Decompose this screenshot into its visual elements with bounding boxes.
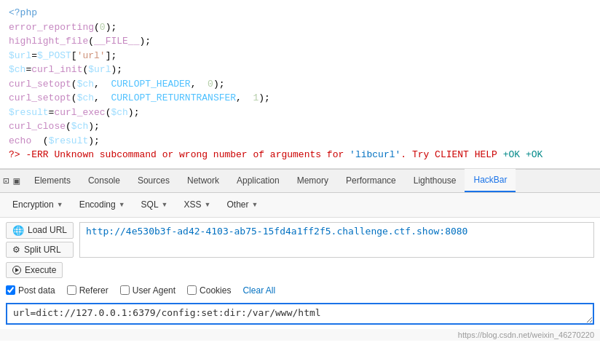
code-line: $ch=curl_init($url); — [9, 63, 591, 77]
tab-memory[interactable]: Memory — [288, 169, 337, 192]
cookies-checkbox-label[interactable]: Cookies — [187, 285, 231, 296]
play-icon — [12, 266, 21, 274]
code-line: $url=$_POST['url']; — [9, 49, 591, 63]
sql-arrow: ▼ — [162, 201, 168, 208]
post-data-checkbox[interactable] — [6, 285, 15, 295]
post-data-label: Post data — [18, 285, 55, 296]
load-url-label: Load URL — [28, 225, 67, 235]
execute-button[interactable]: Execute — [6, 262, 63, 278]
split-icon: ⚙ — [12, 245, 20, 255]
inspect-icon[interactable]: ⊡ — [3, 175, 9, 187]
encryption-dropdown[interactable]: Encryption ▼ — [6, 197, 70, 213]
execute-row: Execute — [6, 262, 594, 278]
user-agent-checkbox[interactable] — [120, 285, 130, 295]
sql-dropdown[interactable]: SQL ▼ — [135, 197, 175, 213]
clear-all-button[interactable]: Clear All — [242, 285, 275, 296]
devtools-panel: ⊡ ▣ Elements Console Sources Network App… — [0, 169, 600, 341]
encryption-arrow: ▼ — [57, 201, 63, 208]
encoding-label: Encoding — [79, 199, 116, 210]
user-agent-label: User Agent — [133, 285, 175, 296]
watermark: https://blog.csdn.net/weixin_46270220 — [0, 329, 600, 341]
xss-arrow: ▼ — [205, 201, 211, 208]
encryption-label: Encryption — [12, 199, 54, 210]
code-line: curl_setopt($ch, CURLOPT_HEADER, 0); — [9, 77, 591, 92]
tab-console[interactable]: Console — [79, 169, 129, 192]
other-arrow: ▼ — [251, 201, 258, 208]
hackbar-toolbar: Encryption ▼ Encoding ▼ SQL ▼ XSS ▼ Othe… — [0, 193, 600, 218]
error-line: ?> -ERR Unknown subcommand or wrong numb… — [9, 148, 591, 162]
hackbar-content: 🌐 Load URL ⚙ Split URL http://4e530b3f-a… — [0, 218, 600, 329]
tab-performance[interactable]: Performance — [337, 169, 405, 192]
user-agent-checkbox-label[interactable]: User Agent — [120, 285, 175, 296]
xss-dropdown[interactable]: XSS ▼ — [178, 197, 218, 213]
code-display: <?php error_reporting(0); highlight_file… — [0, 0, 600, 169]
url-input[interactable]: http://4e530b3f-ad42-4103-ab75-15fd4a1ff… — [79, 222, 594, 258]
tab-elements[interactable]: Elements — [25, 169, 79, 192]
tab-application[interactable]: Application — [228, 169, 288, 192]
device-icon[interactable]: ▣ — [13, 175, 19, 187]
devtools-tabs: ⊡ ▣ Elements Console Sources Network App… — [0, 170, 600, 193]
tab-lighthouse[interactable]: Lighthouse — [405, 169, 465, 192]
tab-icons: ⊡ ▣ — [3, 175, 20, 187]
url-input-area: http://4e530b3f-ad42-4103-ab75-15fd4a1ff… — [79, 222, 594, 258]
code-line: <?php — [9, 6, 591, 20]
url-row: 🌐 Load URL ⚙ Split URL http://4e530b3f-a… — [6, 222, 594, 258]
post-data-input[interactable]: url=dict://127.0.0.1:6379/config:set:dir… — [6, 303, 594, 325]
code-line: echo ($result); — [9, 134, 591, 149]
globe-icon: 🌐 — [12, 225, 24, 236]
load-url-button[interactable]: 🌐 Load URL — [6, 222, 74, 239]
referer-checkbox-label[interactable]: Referer — [67, 285, 108, 296]
sidebar-buttons: 🌐 Load URL ⚙ Split URL — [6, 222, 79, 258]
code-line: $result=curl_exec($ch); — [9, 106, 591, 120]
checkboxes-row: Post data Referer User Agent Cookies Cle… — [6, 282, 594, 298]
tab-sources[interactable]: Sources — [129, 169, 178, 192]
sql-label: SQL — [141, 199, 159, 210]
tab-network[interactable]: Network — [178, 169, 228, 192]
split-url-label: Split URL — [24, 245, 61, 255]
encoding-arrow: ▼ — [119, 201, 125, 208]
xss-label: XSS — [184, 199, 202, 210]
execute-label: Execute — [25, 265, 56, 275]
split-url-button[interactable]: ⚙ Split URL — [6, 242, 74, 258]
cookies-label: Cookies — [200, 285, 231, 296]
other-label: Other — [226, 199, 248, 210]
code-line: error_reporting(0); — [9, 20, 591, 35]
referer-label: Referer — [79, 285, 108, 296]
code-line: highlight_file(__FILE__); — [9, 34, 591, 49]
cookies-checkbox[interactable] — [187, 285, 197, 295]
referer-checkbox[interactable] — [67, 285, 76, 295]
tab-hackbar[interactable]: HackBar — [465, 169, 516, 192]
code-line: curl_close($ch); — [9, 119, 591, 134]
other-dropdown[interactable]: Other ▼ — [220, 197, 264, 213]
post-data-checkbox-label[interactable]: Post data — [6, 285, 55, 296]
code-line: curl_setopt($ch, CURLOPT_RETURNTRANSFER,… — [9, 91, 591, 106]
encoding-dropdown[interactable]: Encoding ▼ — [73, 197, 132, 213]
